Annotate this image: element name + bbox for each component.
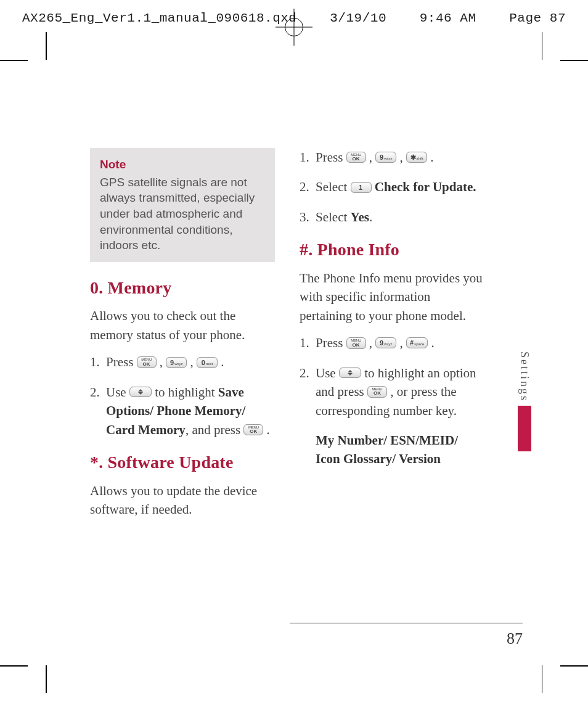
text: . — [267, 422, 270, 437]
menu-ok-key-icon: MENUOK — [346, 337, 366, 349]
key-0-icon: 0next — [197, 357, 218, 368]
text: Press — [316, 150, 346, 165]
bold-text: Check for Update. — [375, 179, 476, 194]
key-hash-icon: #space — [406, 337, 428, 348]
key-1-icon: 1 — [351, 182, 372, 193]
text: , — [369, 150, 376, 165]
menu-ok-key-icon: MENUOK — [367, 386, 387, 398]
text: , — [190, 355, 197, 369]
text: , and press — [186, 422, 243, 437]
text: Press — [316, 335, 346, 350]
page-footer: 87 — [290, 623, 523, 648]
crop-mark — [542, 665, 543, 693]
bold-text: My Number/ ESN/MEID/ Icon Glossary/ Vers… — [316, 433, 458, 466]
text: , — [369, 335, 376, 350]
text: , — [160, 355, 166, 369]
section-side-tab: Settings — [518, 351, 531, 451]
text: . — [369, 210, 372, 224]
slug-date: 3/19/10 — [330, 11, 386, 25]
memory-intro: Allows you to check out the memory statu… — [90, 306, 275, 344]
software-step-3: 3. Select Yes. — [300, 208, 484, 226]
key-9-icon: 9wxyz — [375, 337, 396, 348]
crop-mark — [542, 32, 543, 60]
text: to highlight — [155, 385, 218, 400]
memory-step-2: 2. Use to highlight Save Options/ Phone … — [90, 383, 275, 439]
nav-key-icon — [339, 367, 361, 378]
phoneinfo-steps: 1. Press MENUOK , 9wxyz , #space . 2. Us… — [300, 334, 484, 469]
text: . — [221, 355, 224, 369]
menu-ok-key-icon: MENUOK — [346, 152, 366, 163]
memory-step-1: 1. Press MENUOK , 9wxyz , 0next . — [90, 353, 275, 371]
menu-ok-key-icon: MENUOK — [137, 356, 157, 368]
page-content: Note GPS satellite signals are not alway… — [90, 148, 484, 528]
right-column: 1. Press MENUOK , 9wxyz , ✱shift . 2. Se… — [300, 148, 484, 528]
text: , — [400, 335, 407, 350]
crop-mark — [560, 665, 588, 667]
section-heading-memory: 0. Memory — [90, 276, 275, 301]
note-body: GPS satellite signals are not always tra… — [100, 176, 255, 252]
note-title: Note — [100, 157, 265, 173]
text: Select — [316, 210, 351, 224]
text: . — [431, 335, 434, 350]
text: Select — [316, 179, 351, 194]
page-number: 87 — [507, 630, 523, 647]
text: Use — [316, 366, 339, 380]
key-9-icon: 9wxyz — [166, 357, 187, 368]
side-tab-label: Settings — [518, 351, 531, 402]
text: Press — [106, 355, 137, 369]
bold-text: Yes — [351, 210, 369, 224]
side-tab-bar — [518, 406, 531, 451]
crop-mark — [560, 60, 588, 61]
memory-steps: 1. Press MENUOK , 9wxyz , 0next . 2. Use… — [90, 353, 275, 439]
phoneinfo-list: My Number/ ESN/MEID/ Icon Glossary/ Vers… — [300, 431, 484, 469]
text: , — [400, 150, 407, 165]
text: . — [430, 150, 433, 165]
phoneinfo-step-1: 1. Press MENUOK , 9wxyz , #space . — [300, 334, 484, 352]
crop-mark — [46, 32, 47, 60]
slug-page: Page 87 — [509, 11, 566, 25]
text: Use — [106, 385, 129, 400]
software-step-1: 1. Press MENUOK , 9wxyz , ✱shift . — [300, 148, 484, 166]
key-9-icon: 9wxyz — [375, 152, 396, 163]
phoneinfo-step-2: 2. Use to highlight an option and press … — [300, 364, 484, 420]
section-heading-phone-info: #. Phone Info — [300, 237, 484, 263]
key-star-icon: ✱shift — [406, 152, 427, 163]
registration-mark-icon — [279, 12, 309, 42]
software-steps: 1. Press MENUOK , 9wxyz , ✱shift . 2. Se… — [300, 148, 484, 226]
phoneinfo-intro: The Phone Info menu provides you with sp… — [300, 269, 484, 325]
crop-mark — [46, 665, 47, 693]
slug-file: AX265_Eng_Ver1.1_manual_090618.qxd — [22, 11, 296, 25]
section-heading-software-update: *. Software Update — [90, 450, 275, 475]
left-column: Note GPS satellite signals are not alway… — [90, 148, 275, 528]
slug-time: 9:46 AM — [420, 11, 476, 25]
software-intro: Allows you to update the device software… — [90, 482, 275, 519]
crop-mark — [0, 60, 28, 61]
menu-ok-key-icon: MENUOK — [243, 424, 263, 436]
software-step-2: 2. Select 1 Check for Update. — [300, 178, 484, 196]
crop-mark — [0, 665, 28, 667]
nav-key-icon — [129, 387, 152, 397]
note-box: Note GPS satellite signals are not alway… — [90, 148, 275, 262]
